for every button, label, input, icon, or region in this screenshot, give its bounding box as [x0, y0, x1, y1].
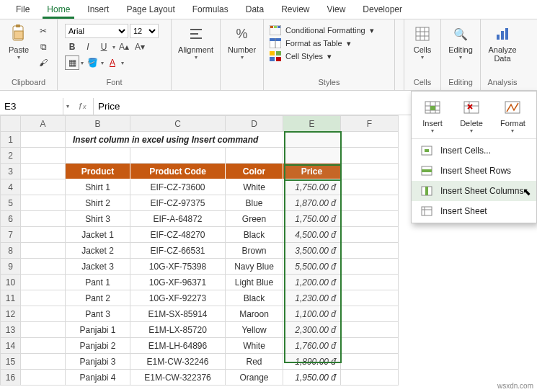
cell-code[interactable]: E1M-LX-85720 [130, 322, 226, 338]
editing-button[interactable]: 🔍 Editing ▾ [444, 22, 477, 62]
cell-price[interactable]: 3,500.00 [283, 243, 341, 259]
cell-price[interactable]: 1,200.00 [283, 275, 341, 290]
menu-insert-sheet[interactable]: Insert Sheet [412, 201, 536, 221]
row-header[interactable]: 13 [1, 322, 21, 338]
cell-product[interactable]: Jacket 3 [66, 259, 130, 275]
font-color-button[interactable]: A [105, 55, 120, 70]
table-row[interactable]: 15Panjabi 3E1M-CW-32246Red1,890.00 [1, 354, 399, 370]
table-row[interactable]: 6Shirt 3EIF-A-64872Green1,750.00 [1, 211, 399, 227]
cell-code[interactable]: E1M-CW-32246 [130, 354, 226, 370]
menu-insert-sheet-columns[interactable]: Insert Sheet Columns [412, 181, 536, 201]
fill-color-button[interactable]: 🪣 [85, 55, 99, 70]
cell-color[interactable]: Black [226, 290, 283, 306]
cell-product[interactable]: Shirt 1 [66, 179, 130, 195]
cell-color[interactable]: White [226, 338, 283, 354]
tab-insert[interactable]: Insert [79, 1, 117, 19]
table-row[interactable]: 14Panjabi 2E1M-LH-64896White1,760.00 [1, 338, 399, 354]
row-header[interactable]: 8 [1, 243, 21, 259]
row-header[interactable]: 1 [1, 132, 21, 148]
col-header-D[interactable]: D [226, 116, 283, 132]
cell-color[interactable]: Green [226, 211, 283, 227]
cell-product[interactable]: Panjabi 3 [66, 354, 130, 370]
cell-code[interactable]: E1M-LH-64896 [130, 338, 226, 354]
cell-color[interactable]: Maroon [226, 306, 283, 322]
cell-color[interactable]: Brown [226, 243, 283, 259]
row-header[interactable]: 6 [1, 211, 21, 227]
col-header-A[interactable]: A [21, 116, 66, 132]
tab-review[interactable]: Review [272, 1, 318, 19]
paste-button[interactable]: Paste ▾ [4, 22, 33, 62]
font-increase-button[interactable]: A▴ [117, 40, 131, 54]
cell-product[interactable]: Pant 2 [66, 290, 130, 306]
cell-code[interactable]: EIF-CZ-48270 [130, 227, 226, 243]
cell-price[interactable]: 1,750.00 [283, 211, 341, 227]
tab-view[interactable]: View [319, 1, 355, 19]
cell-code[interactable]: 10G-XF-96371 [130, 275, 226, 290]
cut-button[interactable]: ✂ [36, 24, 50, 38]
cell-product[interactable]: Pant 1 [66, 275, 130, 290]
cell-color[interactable]: Navy Blue [226, 259, 283, 275]
tab-developer[interactable]: Developer [354, 1, 411, 19]
font-size-select[interactable]: 12 [130, 24, 159, 38]
cell-price[interactable]: 1,230.00 [283, 290, 341, 306]
table-row[interactable]: 7Jacket 1EIF-CZ-48270Black4,500.00 [1, 227, 399, 243]
cell-color[interactable]: Blue [226, 195, 283, 211]
cell-product[interactable]: Panjabi 2 [66, 338, 130, 354]
table-row[interactable]: 12Pant 3E1M-SX-85914Maroon1,100.00 [1, 306, 399, 322]
cell-code[interactable]: 10G-XF-75398 [130, 259, 226, 275]
chevron-down-icon[interactable]: ▾ [63, 103, 72, 110]
analyze-data-button[interactable]: Analyze Data [484, 22, 520, 64]
table-row[interactable]: 4Shirt 1EIF-CZ-73600White1,750.00 [1, 179, 399, 195]
tab-data[interactable]: Data [237, 1, 272, 19]
cell-price[interactable]: 1,750.00 [283, 179, 341, 195]
cell-price[interactable]: 1,100.00 [283, 306, 341, 322]
delete-split-button[interactable]: Delete ▾ [456, 96, 487, 135]
cell-code[interactable]: E1M-CW-322376 [130, 370, 226, 386]
row-header[interactable]: 5 [1, 195, 21, 211]
cell-color[interactable]: White [226, 179, 283, 195]
row-header[interactable]: 16 [1, 370, 21, 386]
number-button[interactable]: % Number ▾ [223, 22, 260, 62]
table-row[interactable]: 13Panjabi 1E1M-LX-85720Yellow2,300.00 [1, 322, 399, 338]
cell-color[interactable]: Yellow [226, 322, 283, 338]
cell-price[interactable]: 1,890.00 [283, 354, 341, 370]
cell-product[interactable]: Jacket 2 [66, 243, 130, 259]
cell-code[interactable]: E1M-SX-85914 [130, 306, 226, 322]
row-header[interactable]: 11 [1, 290, 21, 306]
table-row[interactable]: 8Jacket 2EIF-CZ-66531Brown3,500.00 [1, 243, 399, 259]
col-header-F[interactable]: F [341, 116, 399, 132]
cell-code[interactable]: EIF-A-64872 [130, 211, 226, 227]
borders-button[interactable]: ▦ [65, 55, 79, 70]
row-header[interactable]: 7 [1, 227, 21, 243]
row-header[interactable]: 12 [1, 306, 21, 322]
col-header-E[interactable]: E [283, 116, 341, 132]
tab-file[interactable]: File [7, 1, 38, 19]
cell-price[interactable]: 5,500.00 [283, 259, 341, 275]
row-header[interactable]: 3 [1, 164, 21, 179]
fx-button[interactable]: fx [72, 98, 94, 115]
cell-product[interactable]: Panjabi 1 [66, 322, 130, 338]
italic-button[interactable]: I [81, 40, 95, 54]
menu-insert-sheet-rows[interactable]: Insert Sheet Rows [412, 161, 536, 181]
format-split-button[interactable]: Format ▾ [496, 96, 530, 135]
cell-price[interactable]: 1,870.00 [283, 195, 341, 211]
col-header-C[interactable]: C [130, 116, 226, 132]
row-header[interactable]: 14 [1, 338, 21, 354]
cell-color[interactable]: Red [226, 354, 283, 370]
cell-styles-button[interactable]: Cell Styles ▾ [270, 51, 374, 61]
cell-price[interactable]: 1,950.00 [283, 370, 341, 386]
row-header[interactable]: 2 [1, 148, 21, 164]
table-row[interactable]: 9Jacket 310G-XF-75398Navy Blue5,500.00 [1, 259, 399, 275]
row-header[interactable]: 10 [1, 275, 21, 290]
tab-page-layout[interactable]: Page Layout [117, 1, 183, 19]
conditional-formatting-button[interactable]: Conditional Formatting ▾ [270, 25, 374, 35]
font-family-select[interactable]: Arial [65, 24, 128, 38]
cell-code[interactable]: 10G-XF-92273 [130, 290, 226, 306]
cell-price[interactable]: 1,760.00 [283, 338, 341, 354]
row-header[interactable]: 15 [1, 354, 21, 370]
font-decrease-button[interactable]: A▾ [133, 40, 147, 54]
underline-button[interactable]: U [97, 40, 111, 54]
select-all-corner[interactable] [1, 116, 21, 132]
cell-product[interactable]: Shirt 3 [66, 211, 130, 227]
table-row[interactable]: 10Pant 110G-XF-96371Light Blue1,200.00 [1, 275, 399, 290]
